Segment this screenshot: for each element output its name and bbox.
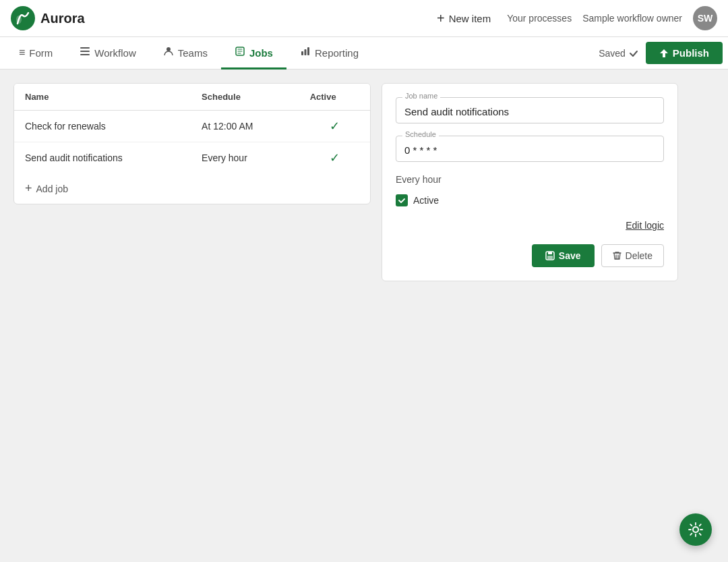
svg-rect-2 — [80, 47, 90, 49]
delete-label: Delete — [626, 250, 653, 261]
reporting-icon — [300, 46, 311, 59]
workflow-icon — [80, 46, 90, 59]
add-job-label: Add job — [36, 184, 68, 194]
tab-teams-label: Teams — [178, 47, 208, 59]
jobs-table-wrap: Name Schedule Active Check for renewalsA… — [13, 83, 371, 204]
job-name-cell: Check for renewals — [14, 111, 191, 142]
owner-label: Sample workflow owner — [582, 13, 682, 24]
job-schedule-cell: At 12:00 AM — [191, 111, 299, 142]
job-active-cell: ✓ — [299, 142, 370, 174]
svg-point-5 — [166, 47, 171, 51]
add-job-button[interactable]: + Add job — [14, 173, 370, 204]
tab-form-label: Form — [29, 47, 53, 59]
job-active-cell: ✓ — [299, 111, 370, 142]
col-active: Active — [299, 84, 370, 111]
publish-label: Publish — [673, 47, 709, 59]
tab-form[interactable]: ≡ Form — [5, 38, 66, 69]
edit-logic-link[interactable]: Edit logic — [396, 220, 664, 231]
schedule-label: Schedule — [402, 130, 439, 138]
jobs-table: Name Schedule Active Check for renewalsA… — [14, 84, 370, 173]
app-title: Aurora — [40, 11, 85, 26]
logo-area: Aurora — [11, 6, 85, 30]
add-job-plus-icon: + — [25, 181, 32, 196]
nav-tabs: ≡ Form Workflow Teams Jobs Reporting Sav… — [0, 37, 728, 69]
tab-jobs-label: Jobs — [249, 47, 273, 59]
every-hour-text: Every hour — [396, 174, 664, 185]
active-check-icon: ✓ — [330, 119, 340, 133]
col-name: Name — [14, 84, 191, 111]
form-icon: ≡ — [19, 47, 25, 59]
publish-button[interactable]: Publish — [646, 42, 723, 64]
col-schedule: Schedule — [191, 84, 299, 111]
job-name-cell: Send audit notifications — [14, 142, 191, 174]
save-label: Save — [559, 250, 581, 261]
jobs-icon — [235, 46, 245, 59]
action-buttons: Save Delete — [396, 244, 664, 267]
plus-icon: + — [437, 11, 445, 26]
header-right: + New item Your processes Sample workflo… — [431, 6, 717, 30]
svg-rect-9 — [307, 47, 309, 55]
new-item-button[interactable]: + New item — [431, 8, 496, 29]
tab-reporting-label: Reporting — [315, 47, 359, 59]
tab-jobs[interactable]: Jobs — [221, 38, 286, 69]
aurora-logo-icon — [11, 6, 35, 30]
active-checkbox[interactable] — [396, 194, 408, 206]
table-row[interactable]: Send audit notificationsEvery hour✓ — [14, 142, 370, 174]
active-checkbox-row: Active — [396, 194, 664, 206]
teams-icon — [163, 46, 174, 59]
tab-reporting[interactable]: Reporting — [286, 38, 372, 69]
job-schedule-cell: Every hour — [191, 142, 299, 174]
save-button[interactable]: Save — [532, 244, 595, 267]
delete-button[interactable]: Delete — [601, 244, 664, 267]
svg-rect-12 — [547, 256, 553, 259]
tab-teams[interactable]: Teams — [150, 38, 221, 69]
svg-point-0 — [11, 6, 35, 30]
svg-rect-11 — [548, 252, 552, 254]
active-check-icon: ✓ — [330, 151, 340, 165]
job-name-label: Job name — [402, 92, 440, 100]
main-content: Name Schedule Active Check for renewalsA… — [0, 69, 728, 295]
tab-workflow[interactable]: Workflow — [66, 38, 149, 69]
new-item-label: New item — [449, 13, 491, 24]
svg-rect-7 — [301, 51, 303, 55]
app-header: Aurora + New item Your processes Sample … — [0, 0, 728, 37]
schedule-input[interactable] — [396, 136, 664, 162]
saved-label: Saved — [599, 48, 639, 59]
nav-right: Saved Publish — [599, 42, 723, 64]
your-processes-link[interactable]: Your processes — [507, 13, 572, 24]
svg-rect-3 — [80, 51, 90, 52]
table-row[interactable]: Check for renewalsAt 12:00 AM✓ — [14, 111, 370, 142]
svg-rect-8 — [304, 49, 306, 55]
job-name-input[interactable] — [396, 97, 664, 123]
tab-workflow-label: Workflow — [94, 47, 135, 59]
job-name-field-group: Job name — [396, 97, 664, 123]
detail-panel: Job name Schedule Every hour Active Edit… — [382, 83, 678, 281]
svg-point-1 — [16, 16, 22, 24]
schedule-field-group: Schedule — [396, 136, 664, 162]
avatar: SW — [693, 6, 717, 30]
svg-rect-4 — [80, 54, 90, 55]
active-label: Active — [413, 195, 439, 206]
